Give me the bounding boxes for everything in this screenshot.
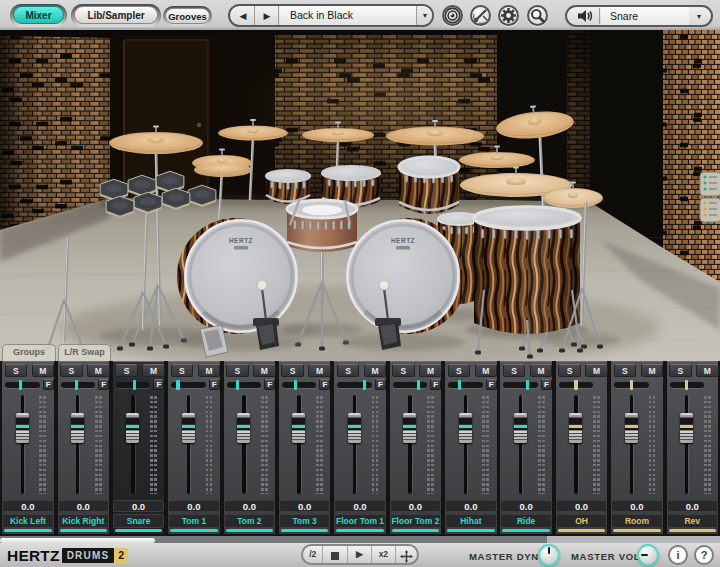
svg-text:HERTZ: HERTZ [229,237,253,244]
svg-text:HERTZ: HERTZ [391,237,415,244]
